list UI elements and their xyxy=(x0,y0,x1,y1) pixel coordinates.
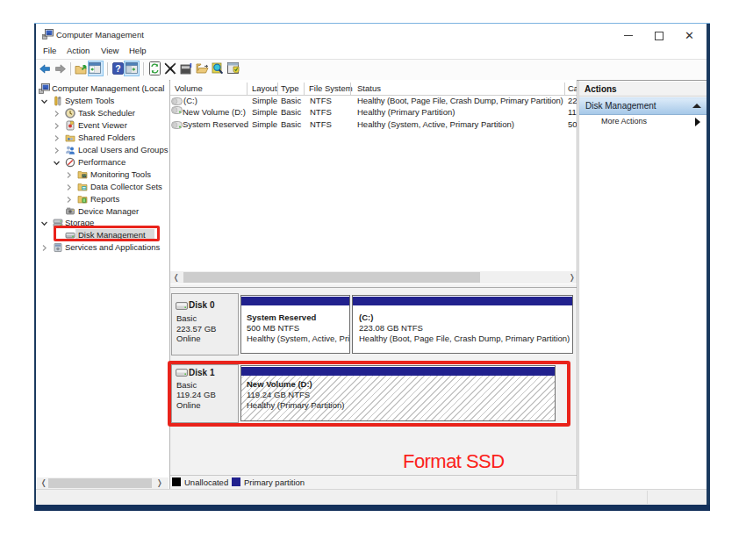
svg-text:?: ? xyxy=(115,63,120,74)
